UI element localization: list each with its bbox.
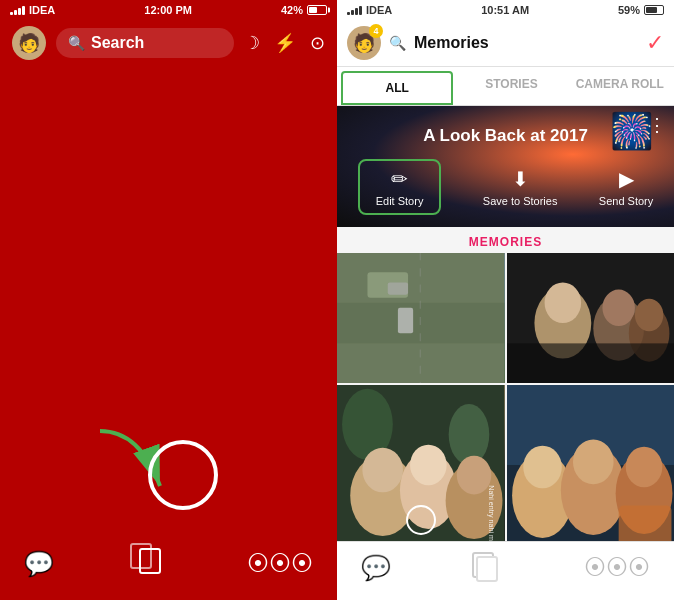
check-icon-right[interactable]: ✓	[646, 30, 664, 56]
memories-section-label: MEMORIES	[337, 227, 674, 253]
chat-icon-right[interactable]: 💬	[361, 554, 391, 582]
left-panel: IDEA 12:00 PM 42% 🧑 🔍 Search ☽ ⚡ ⊙	[0, 0, 337, 600]
svg-point-11	[602, 290, 634, 327]
banner-actions: ✏ Edit Story ⬇ Save to Stories ▶ Send St…	[337, 159, 674, 215]
chat-icon-left[interactable]: 💬	[24, 550, 54, 578]
svg-point-28	[523, 446, 562, 489]
moon-icon[interactable]: ☽	[244, 32, 260, 54]
battery-fill-right	[646, 7, 657, 13]
top-bar-left: 🧑 🔍 Search ☽ ⚡ ⊙	[0, 20, 337, 66]
bottom-bar-left: 💬 ⦿⦿⦿	[0, 536, 337, 600]
search-label: Search	[91, 34, 144, 52]
search-icon-left: 🔍	[68, 35, 85, 51]
people-icon-right[interactable]: ⦿⦿⦿	[584, 555, 650, 581]
save-icon: ⬇	[512, 167, 529, 191]
memories-icon-inner	[139, 548, 161, 574]
banner-title: A Look Back at 2017	[337, 126, 674, 146]
save-to-stories-button[interactable]: ⬇ Save to Stories	[483, 167, 558, 207]
tab-camera-roll[interactable]: CAMERA ROLL	[566, 67, 674, 105]
carrier-info-left: IDEA	[10, 4, 55, 16]
svg-point-21	[410, 445, 447, 486]
camera-switch-icon[interactable]: ⊙	[310, 32, 325, 54]
bolt-icon[interactable]: ⚡	[274, 32, 296, 54]
time-left: 12:00 PM	[144, 4, 192, 16]
status-bar-right: IDEA 10:51 AM 59%	[337, 0, 674, 20]
battery-percent-left: 42%	[281, 4, 303, 16]
status-bar-left: IDEA 12:00 PM 42%	[0, 0, 337, 20]
photo-grid: Nahi entry nahi mil	[337, 253, 674, 550]
top-right-icons-left: ☽ ⚡ ⊙	[244, 32, 325, 54]
carrier-right: IDEA	[366, 4, 392, 16]
tab-all[interactable]: ALL	[341, 71, 453, 105]
photo-1[interactable]	[337, 253, 505, 383]
svg-point-9	[544, 282, 581, 323]
people-icon-left[interactable]: ⦿⦿⦿	[247, 551, 313, 577]
time-right: 10:51 AM	[481, 4, 529, 16]
memories-title: Memories	[414, 34, 489, 52]
avatar-with-badge[interactable]: 🧑 4	[347, 26, 381, 60]
send-icon: ▶	[619, 167, 634, 191]
carrier-left: IDEA	[29, 4, 55, 16]
battery-icon-right	[644, 5, 664, 15]
edit-story-label: Edit Story	[376, 195, 424, 207]
carrier-info-right: IDEA	[347, 4, 392, 16]
right-panel: IDEA 10:51 AM 59% 🧑 4 🔍 Memories ✓ ALL S…	[337, 0, 674, 600]
svg-point-32	[625, 447, 662, 488]
photo-4[interactable]	[507, 385, 675, 550]
edit-story-button[interactable]: ✏ Edit Story	[358, 159, 442, 215]
svg-point-17	[449, 404, 490, 465]
notification-badge: 4	[369, 24, 383, 38]
top-bar-right: 🧑 4 🔍 Memories ✓	[337, 20, 674, 67]
svg-text:Nahi entry nahi mil: Nahi entry nahi mil	[487, 485, 495, 544]
status-right-left: 42%	[281, 4, 327, 16]
avatar-left[interactable]: 🧑	[12, 26, 46, 60]
svg-point-19	[362, 448, 403, 493]
send-story-button[interactable]: ▶ Send Story	[599, 167, 653, 207]
send-story-label: Send Story	[599, 195, 653, 207]
tabs-row: ALL STORIES CAMERA ROLL	[337, 67, 674, 106]
signal-bars-right	[347, 5, 362, 15]
svg-rect-14	[507, 343, 675, 383]
memories-icon-btn-right[interactable]	[472, 552, 504, 584]
camera-shutter-circle[interactable]	[148, 440, 218, 510]
tab-stories[interactable]: STORIES	[457, 67, 565, 105]
memories-icon-btn[interactable]	[135, 548, 167, 580]
battery-fill-left	[309, 7, 317, 13]
story-banner: 🎆 A Look Back at 2017 ⋮ ✏ Edit Story ⬇ S…	[337, 106, 674, 227]
svg-rect-5	[398, 308, 413, 333]
search-icon-right: 🔍	[389, 35, 406, 51]
photo-3[interactable]: Nahi entry nahi mil	[337, 385, 505, 550]
signal-bars-left	[10, 5, 25, 15]
photo-2[interactable]	[507, 253, 675, 383]
status-icons-right: 59%	[618, 4, 664, 16]
svg-point-13	[634, 299, 662, 331]
camera-small-circle	[406, 505, 436, 535]
svg-rect-3	[388, 282, 408, 294]
svg-point-23	[457, 456, 492, 495]
svg-point-30	[572, 440, 613, 485]
edit-icon: ✏	[391, 167, 408, 191]
search-bar-left[interactable]: 🔍 Search	[56, 28, 234, 58]
three-dots-menu[interactable]: ⋮	[648, 114, 666, 136]
battery-icon-left	[307, 5, 327, 15]
bottom-bar-right: 💬 ⦿⦿⦿	[337, 541, 674, 600]
save-to-stories-label: Save to Stories	[483, 195, 558, 207]
battery-percent-right: 59%	[618, 4, 640, 16]
